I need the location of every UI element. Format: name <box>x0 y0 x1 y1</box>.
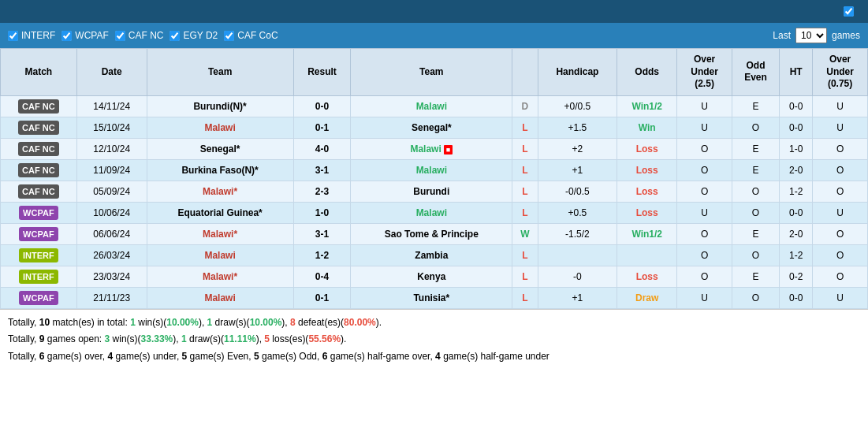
red-card-icon: ■ <box>444 145 453 154</box>
result-cell: 1-0 <box>293 202 351 223</box>
result-cell: 0-0 <box>293 95 351 117</box>
filter-caf-nc: CAF NC <box>115 30 164 41</box>
match-badge: INTERF <box>19 270 58 284</box>
table-header-row: Match Date Team Result Team Handicap Odd… <box>1 49 868 96</box>
match-badge-cell: WCPAF <box>1 202 77 223</box>
oe-cell: E <box>732 95 779 117</box>
col-odds: Odds <box>617 49 677 96</box>
display-notes-section <box>844 6 859 17</box>
odds-cell: Win1/2 <box>617 95 677 117</box>
team1-cell: Malawi <box>147 244 293 266</box>
ou075-cell: U <box>813 287 868 308</box>
last-games-select[interactable]: 5 10 15 20 <box>795 28 827 43</box>
table-row: WCPAF21/11/23Malawi0-1Tunisia*L+1DrawUO0… <box>1 287 868 308</box>
team2-cell: Malawi <box>351 95 512 117</box>
match-badge: CAF NC <box>18 142 59 156</box>
games-label: games <box>832 30 860 41</box>
col-ht: HT <box>780 49 813 96</box>
handicap-cell: +1 <box>538 159 617 181</box>
team1-cell: Equatorial Guinea* <box>147 202 293 223</box>
date-cell: 12/10/24 <box>76 138 147 159</box>
header <box>0 0 868 23</box>
table-row: CAF NC14/11/24Burundi(N)*0-0MalawiD+0/0.… <box>1 95 868 117</box>
filter-egy-d2: EGY D2 <box>170 30 218 41</box>
filter-interf-checkbox[interactable] <box>8 31 18 41</box>
wld-cell: D <box>512 95 538 117</box>
filter-egy-d2-checkbox[interactable] <box>170 31 180 41</box>
result-cell: 1-2 <box>293 244 351 266</box>
team2-cell: Malawi■ <box>351 138 512 159</box>
team1-cell: Burundi(N)* <box>147 95 293 117</box>
match-badge: CAF NC <box>18 184 59 199</box>
ou075-cell: O <box>813 138 868 159</box>
handicap-cell <box>538 244 617 266</box>
odds-cell: Win1/2 <box>617 223 677 244</box>
table-row: WCPAF06/06/24Malawi*3-1Sao Tome & Princi… <box>1 223 868 244</box>
odds-cell: Loss <box>617 159 677 181</box>
table-row: INTERF23/03/24Malawi*0-4KenyaL-0LossOE0-… <box>1 266 868 287</box>
team1-cell: Malawi* <box>147 266 293 287</box>
wld-cell: L <box>512 117 538 138</box>
ou075-cell: O <box>813 266 868 287</box>
oe-cell: E <box>732 266 779 287</box>
summary-line: Totally, 9 games open: 3 win(s)(33.33%),… <box>8 331 860 348</box>
odds-cell: Loss <box>617 181 677 202</box>
filter-wcpaf: WCPAF <box>61 30 108 41</box>
summary-line: Totally, 6 game(s) over, 4 game(s) under… <box>8 348 860 366</box>
filter-caf-coc-checkbox[interactable] <box>224 31 234 41</box>
ht-cell: 0-0 <box>780 117 813 138</box>
wld-cell: L <box>512 244 538 266</box>
col-team1: Team <box>147 49 293 96</box>
col-result: Result <box>293 49 351 96</box>
result-cell: 3-1 <box>293 159 351 181</box>
filter-caf-coc: CAF CoC <box>224 30 278 41</box>
wld-cell: L <box>512 181 538 202</box>
oe-cell: E <box>732 159 779 181</box>
date-cell: 11/09/24 <box>76 159 147 181</box>
ou075-cell: O <box>813 181 868 202</box>
match-badge-cell: INTERF <box>1 244 77 266</box>
match-badge-cell: CAF NC <box>1 138 77 159</box>
date-cell: 26/03/24 <box>76 244 147 266</box>
filter-interf: INTERF <box>8 30 55 41</box>
result-cell: 4-0 <box>293 138 351 159</box>
match-badge-cell: INTERF <box>1 266 77 287</box>
ht-cell: 1-2 <box>780 244 813 266</box>
result-cell: 0-4 <box>293 266 351 287</box>
match-badge: CAF NC <box>18 163 59 177</box>
handicap-cell: +0.5 <box>538 202 617 223</box>
match-badge: WCPAF <box>19 227 58 241</box>
ou25-cell: O <box>677 223 732 244</box>
filter-caf-nc-checkbox[interactable] <box>115 31 125 41</box>
filter-caf-coc-label: CAF CoC <box>237 30 278 41</box>
ht-cell: 1-2 <box>780 181 813 202</box>
match-badge: INTERF <box>19 248 58 262</box>
result-cell: 0-1 <box>293 287 351 308</box>
ht-cell: 0-2 <box>780 266 813 287</box>
odds-cell: Loss <box>617 266 677 287</box>
match-badge-cell: CAF NC <box>1 117 77 138</box>
date-cell: 05/09/24 <box>76 181 147 202</box>
main-container: INTERF WCPAF CAF NC EGY D2 CAF CoC Last … <box>0 0 868 370</box>
col-date: Date <box>76 49 147 96</box>
ou25-cell: O <box>677 266 732 287</box>
filter-wcpaf-checkbox[interactable] <box>61 31 72 41</box>
date-cell: 21/11/23 <box>76 287 147 308</box>
team2-cell: Zambia <box>351 244 512 266</box>
team2-cell: Kenya <box>351 266 512 287</box>
match-badge: CAF NC <box>18 121 59 135</box>
team2-cell: Malawi <box>351 202 512 223</box>
result-cell: 3-1 <box>293 223 351 244</box>
ou075-cell: U <box>813 202 868 223</box>
team1-cell: Malawi <box>147 287 293 308</box>
ht-cell: 0-0 <box>780 287 813 308</box>
ou25-cell: O <box>677 181 732 202</box>
ou075-cell: O <box>813 244 868 266</box>
match-badge-cell: CAF NC <box>1 95 77 117</box>
ht-cell: 1-0 <box>780 138 813 159</box>
scores-table: Match Date Team Result Team Handicap Odd… <box>0 48 868 309</box>
display-notes-checkbox[interactable] <box>844 6 854 17</box>
match-badge: CAF NC <box>18 99 59 114</box>
odds-cell: Win <box>617 117 677 138</box>
filter-wcpaf-label: WCPAF <box>75 30 108 41</box>
